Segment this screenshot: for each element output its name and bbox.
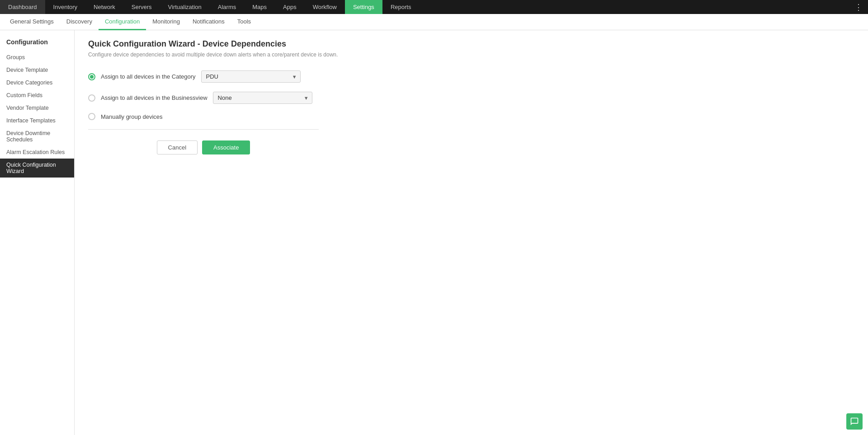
- sidebar-item-device-template[interactable]: Device Template: [0, 64, 74, 76]
- option1-row: Assign to all devices in the Category PD…: [88, 70, 414, 83]
- sidebar: Configuration Groups Device Template Dev…: [0, 30, 75, 435]
- cancel-button[interactable]: Cancel: [157, 140, 198, 154]
- businessview-dropdown[interactable]: None View 1 View 2: [213, 92, 312, 104]
- layout: Configuration Groups Device Template Dev…: [0, 30, 868, 435]
- subnav-discovery[interactable]: Discovery: [60, 14, 99, 30]
- page-subtitle: Configure device dependencies to avoid m…: [88, 51, 854, 58]
- main-content: Quick Configuration Wizard - Device Depe…: [75, 30, 868, 435]
- radio-option2[interactable]: [88, 94, 95, 102]
- subnav-monitoring[interactable]: Monitoring: [146, 14, 186, 30]
- associate-button[interactable]: Associate: [202, 140, 250, 154]
- nav-settings[interactable]: Settings: [345, 0, 382, 14]
- chat-widget[interactable]: [846, 413, 863, 430]
- nav-servers[interactable]: Servers: [123, 0, 160, 14]
- nav-workflow[interactable]: Workflow: [305, 0, 345, 14]
- sidebar-item-device-downtime[interactable]: Device Downtime Schedules: [0, 127, 74, 146]
- top-nav: Dashboard Inventory Network Servers Virt…: [0, 0, 868, 14]
- sidebar-item-interface-templates[interactable]: Interface Templates: [0, 114, 74, 127]
- sidebar-item-quick-wizard[interactable]: Quick Configuration Wizard: [0, 159, 74, 178]
- sub-nav: General Settings Discovery Configuration…: [0, 14, 868, 30]
- nav-reports[interactable]: Reports: [382, 0, 420, 14]
- subnav-general-settings[interactable]: General Settings: [4, 14, 60, 30]
- nav-virtualization[interactable]: Virtualization: [160, 0, 210, 14]
- option1-label: Assign to all devices in the Category: [101, 73, 196, 80]
- sidebar-item-vendor-template[interactable]: Vendor Template: [0, 102, 74, 114]
- subnav-tools[interactable]: Tools: [231, 14, 257, 30]
- subnav-notifications[interactable]: Notifications: [186, 14, 231, 30]
- nav-more-icon[interactable]: ⋮: [849, 0, 868, 14]
- sidebar-item-groups[interactable]: Groups: [0, 51, 74, 64]
- category-dropdown[interactable]: PDU Switch Router Server Firewall: [201, 70, 301, 83]
- option2-label: Assign to all devices in the Businessvie…: [101, 94, 208, 101]
- nav-maps[interactable]: Maps: [244, 0, 275, 14]
- option3-row: Manually group devices: [88, 113, 414, 120]
- sidebar-item-device-categories[interactable]: Device Categories: [0, 76, 74, 89]
- radio-option3[interactable]: [88, 113, 95, 120]
- sidebar-item-alarm-escalation[interactable]: Alarm Escalation Rules: [0, 146, 74, 159]
- option3-label: Manually group devices: [101, 113, 163, 120]
- option1-dropdown-wrapper: PDU Switch Router Server Firewall ▼: [201, 70, 301, 83]
- form-divider: [88, 129, 319, 130]
- nav-dashboard[interactable]: Dashboard: [0, 0, 45, 14]
- radio-option1[interactable]: [88, 73, 95, 80]
- nav-alarms[interactable]: Alarms: [210, 0, 244, 14]
- nav-network[interactable]: Network: [85, 0, 123, 14]
- option2-row: Assign to all devices in the Businessvie…: [88, 92, 414, 104]
- button-row: Cancel Associate: [88, 140, 319, 154]
- nav-inventory[interactable]: Inventory: [45, 0, 85, 14]
- sidebar-title: Configuration: [0, 35, 74, 51]
- subnav-configuration[interactable]: Configuration: [99, 14, 146, 30]
- form-section: Assign to all devices in the Category PD…: [88, 70, 414, 154]
- chat-icon: [850, 417, 859, 426]
- option2-dropdown-wrapper: None View 1 View 2 ▼: [213, 92, 312, 104]
- nav-apps[interactable]: Apps: [275, 0, 305, 14]
- sidebar-item-custom-fields[interactable]: Custom Fields: [0, 89, 74, 102]
- page-title: Quick Configuration Wizard - Device Depe…: [88, 39, 854, 49]
